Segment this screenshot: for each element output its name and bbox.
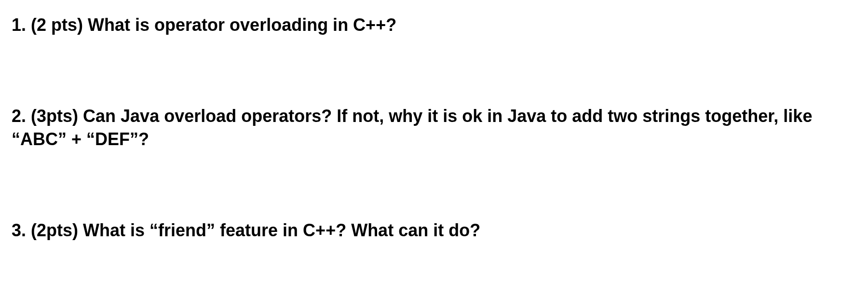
question-points: (2pts)	[31, 220, 78, 240]
question-points: (3pts)	[31, 106, 78, 126]
question-1: 1. (2 pts) What is operator overloading …	[12, 14, 856, 37]
question-number: 3.	[12, 220, 26, 240]
question-3: 3. (2pts) What is “friend” feature in C+…	[12, 219, 856, 243]
question-2: 2. (3pts) Can Java overload operators? I…	[12, 105, 856, 151]
question-number: 1.	[12, 15, 26, 35]
question-text: What is operator overloading in C++?	[88, 15, 396, 35]
question-text: Can Java overload operators? If not, why…	[12, 106, 812, 149]
question-number: 2.	[12, 106, 26, 126]
question-points: (2 pts)	[31, 15, 83, 35]
question-text: What is “friend” feature in C++? What ca…	[83, 220, 480, 240]
